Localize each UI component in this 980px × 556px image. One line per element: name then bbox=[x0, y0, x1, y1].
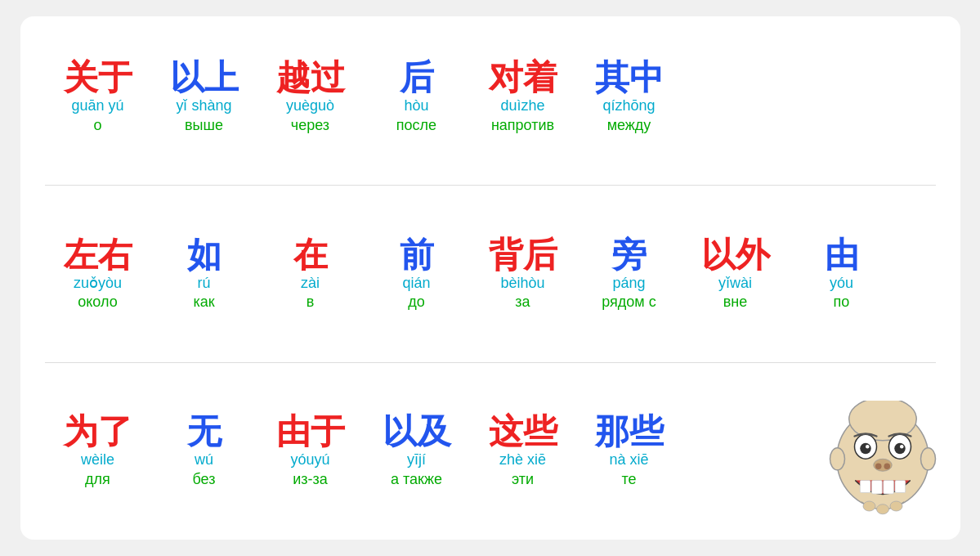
pinyin-1-3: qián bbox=[402, 274, 430, 293]
word-block-1-1: 如rúкак bbox=[151, 232, 257, 316]
chinese-char-1-5: 旁 bbox=[612, 236, 647, 274]
pinyin-2-0: wèile bbox=[81, 451, 114, 469]
chinese-char-0-4: 对着 bbox=[489, 59, 557, 96]
pinyin-1-6: yǐwài bbox=[718, 274, 752, 293]
svg-rect-12 bbox=[871, 481, 882, 495]
pinyin-1-0: zuǒyòu bbox=[74, 274, 122, 293]
chinese-char-0-1: 以上 bbox=[170, 59, 239, 96]
word-block-2-4: 这些zhè xiēэти bbox=[470, 409, 576, 493]
chinese-char-1-2: 在 bbox=[293, 236, 328, 274]
svg-rect-11 bbox=[860, 481, 870, 493]
svg-point-6 bbox=[866, 445, 870, 449]
russian-1-1: как bbox=[193, 293, 214, 312]
rows-container: 关于guān yúо以上yǐ shàngвыше越过yuèguòчерез后hò… bbox=[45, 33, 936, 523]
russian-2-0: для bbox=[85, 470, 110, 489]
word-block-0-4: 对着duìzheнапротив bbox=[470, 55, 576, 139]
russian-1-6: вне bbox=[723, 293, 748, 312]
pinyin-0-5: qízhōng bbox=[602, 96, 655, 115]
pinyin-0-1: yǐ shàng bbox=[176, 96, 231, 115]
word-row-0: 关于guān yúо以上yǐ shàngвыше越过yuèguòчерез后hò… bbox=[45, 55, 936, 139]
svg-point-7 bbox=[900, 445, 904, 449]
row-divider-0 bbox=[45, 185, 936, 186]
word-block-2-2: 由于yóuyúиз-за bbox=[257, 409, 364, 493]
word-block-0-3: 后hòuпосле bbox=[364, 55, 470, 139]
word-block-2-3: 以及yījíа также bbox=[364, 409, 470, 493]
svg-point-5 bbox=[894, 443, 906, 455]
word-block-1-7: 由yóuпо bbox=[789, 232, 895, 316]
pinyin-0-3: hòu bbox=[404, 96, 428, 115]
chinese-char-2-2: 由于 bbox=[276, 413, 345, 451]
russian-2-4: эти bbox=[512, 470, 534, 489]
main-card: 关于guān yúо以上yǐ shàngвыше越过yuèguòчерез后hò… bbox=[20, 16, 960, 540]
svg-point-15 bbox=[863, 501, 875, 511]
russian-1-5: рядом с bbox=[602, 293, 656, 312]
svg-point-17 bbox=[890, 501, 902, 511]
pinyin-1-5: páng bbox=[612, 274, 645, 293]
chinese-char-0-2: 越过 bbox=[276, 59, 345, 96]
chinese-char-0-5: 其中 bbox=[595, 59, 664, 96]
svg-point-19 bbox=[920, 448, 935, 470]
russian-0-3: после bbox=[396, 116, 436, 135]
russian-1-2: в bbox=[307, 293, 315, 312]
svg-point-18 bbox=[830, 448, 844, 470]
pinyin-0-2: yuèguò bbox=[286, 96, 334, 115]
word-block-0-0: 关于guān yúо bbox=[45, 55, 151, 139]
word-block-1-4: 背后bèihòuза bbox=[470, 232, 576, 316]
pinyin-1-2: zài bbox=[301, 274, 320, 293]
word-row-1: 左右zuǒyòuоколо如rúкак在zàiв前qiánдо背后bèihòuз… bbox=[45, 232, 936, 316]
word-block-1-5: 旁pángрядом с bbox=[576, 232, 682, 316]
word-block-1-3: 前qiánдо bbox=[364, 232, 470, 316]
pinyin-1-1: rú bbox=[197, 274, 210, 293]
russian-0-1: выше bbox=[185, 116, 223, 135]
chinese-char-2-1: 无 bbox=[187, 413, 222, 451]
russian-0-0: о bbox=[93, 116, 101, 135]
word-row-2: 为了wèileдля无wúбез由于yóuyúиз-за以及yījíа такж… bbox=[45, 409, 936, 493]
pinyin-1-4: bèihòu bbox=[500, 274, 544, 293]
russian-2-1: без bbox=[193, 470, 216, 489]
pinyin-2-5: nà xiē bbox=[609, 451, 648, 469]
svg-rect-14 bbox=[895, 481, 906, 493]
pinyin-2-1: wú bbox=[195, 451, 213, 469]
russian-0-5: между bbox=[607, 116, 651, 135]
russian-1-3: до bbox=[408, 293, 425, 312]
pinyin-0-4: duìzhe bbox=[500, 96, 544, 115]
word-block-1-6: 以外yǐwàiвне bbox=[682, 232, 789, 316]
chinese-char-2-5: 那些 bbox=[595, 413, 664, 451]
russian-1-4: за bbox=[515, 293, 530, 312]
russian-0-2: через bbox=[291, 116, 329, 135]
svg-point-10 bbox=[884, 464, 890, 470]
svg-point-16 bbox=[876, 504, 888, 514]
word-block-0-1: 以上yǐ shàngвыше bbox=[151, 55, 257, 139]
svg-rect-13 bbox=[883, 481, 893, 495]
chinese-char-2-4: 这些 bbox=[489, 413, 557, 451]
row-divider-1 bbox=[45, 362, 936, 363]
pinyin-1-7: yóu bbox=[830, 274, 853, 293]
word-block-0-2: 越过yuèguòчерез bbox=[257, 55, 364, 139]
chinese-char-2-3: 以及 bbox=[383, 413, 451, 451]
word-block-1-0: 左右zuǒyòuоколо bbox=[45, 232, 151, 316]
word-block-2-1: 无wúбез bbox=[151, 409, 257, 493]
word-block-2-5: 那些nà xiēте bbox=[576, 409, 682, 493]
pinyin-2-4: zhè xiē bbox=[499, 451, 546, 469]
russian-1-0: около bbox=[78, 293, 117, 312]
word-block-2-0: 为了wèileдля bbox=[45, 409, 151, 493]
chinese-char-2-0: 为了 bbox=[64, 413, 132, 451]
chinese-char-1-6: 以外 bbox=[701, 236, 770, 274]
chinese-char-1-0: 左右 bbox=[64, 236, 132, 274]
word-block-1-2: 在zàiв bbox=[257, 232, 364, 316]
russian-1-7: по bbox=[834, 293, 850, 312]
svg-point-4 bbox=[860, 443, 871, 455]
chinese-char-1-4: 背后 bbox=[489, 236, 557, 274]
chinese-char-1-7: 由 bbox=[825, 236, 859, 274]
chinese-char-1-1: 如 bbox=[187, 236, 222, 274]
troll-face bbox=[821, 401, 944, 523]
chinese-char-0-3: 后 bbox=[400, 59, 434, 96]
russian-0-4: напротив bbox=[491, 116, 554, 135]
pinyin-2-2: yóuyú bbox=[290, 451, 329, 469]
russian-2-2: из-за bbox=[293, 470, 328, 489]
russian-2-3: а также bbox=[391, 470, 442, 489]
chinese-char-1-3: 前 bbox=[400, 236, 434, 274]
chinese-char-0-0: 关于 bbox=[64, 59, 132, 96]
pinyin-2-3: yījí bbox=[407, 451, 426, 469]
pinyin-0-0: guān yú bbox=[71, 96, 123, 115]
